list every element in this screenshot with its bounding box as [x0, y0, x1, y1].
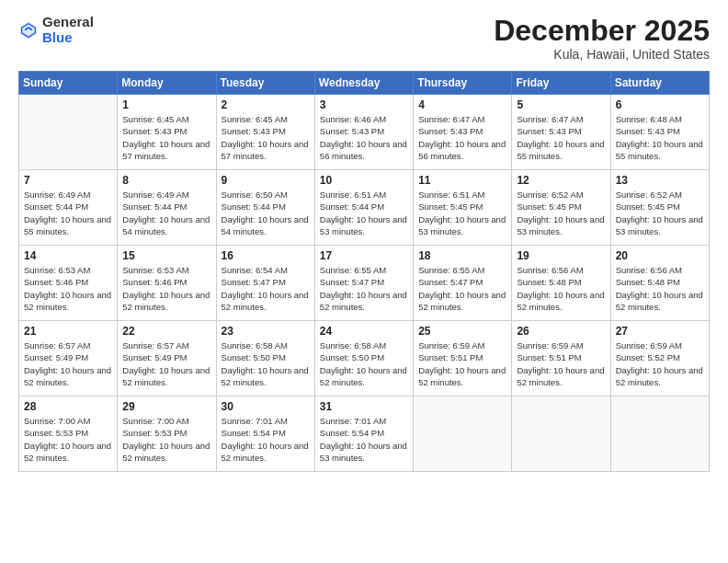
day-info: Sunrise: 7:01 AM Sunset: 5:54 PM Dayligh…	[222, 415, 310, 464]
table-row: 26Sunrise: 6:59 AM Sunset: 5:51 PM Dayli…	[512, 321, 610, 396]
day-number: 16	[222, 249, 310, 262]
day-info: Sunrise: 6:57 AM Sunset: 5:49 PM Dayligh…	[122, 339, 210, 388]
table-row: 6Sunrise: 6:48 AM Sunset: 5:43 PM Daylig…	[610, 95, 709, 170]
table-row: 19Sunrise: 6:56 AM Sunset: 5:48 PM Dayli…	[512, 246, 610, 321]
table-row: 7Sunrise: 6:49 AM Sunset: 5:44 PM Daylig…	[19, 170, 118, 246]
day-info: Sunrise: 6:56 AM Sunset: 5:48 PM Dayligh…	[517, 264, 605, 313]
col-friday: Friday	[512, 72, 610, 95]
day-info: Sunrise: 6:59 AM Sunset: 5:52 PM Dayligh…	[616, 339, 704, 388]
table-row: 17Sunrise: 6:55 AM Sunset: 5:47 PM Dayli…	[314, 246, 413, 321]
day-info: Sunrise: 6:53 AM Sunset: 5:46 PM Dayligh…	[24, 264, 112, 313]
day-info: Sunrise: 6:52 AM Sunset: 5:45 PM Dayligh…	[517, 189, 605, 237]
day-number: 6	[616, 98, 704, 111]
col-monday: Monday	[118, 72, 216, 95]
day-number: 17	[320, 249, 408, 262]
day-number: 8	[122, 174, 210, 187]
day-info: Sunrise: 6:51 AM Sunset: 5:45 PM Dayligh…	[418, 189, 506, 237]
day-info: Sunrise: 6:46 AM Sunset: 5:43 PM Dayligh…	[320, 113, 408, 162]
table-row: 16Sunrise: 6:54 AM Sunset: 5:47 PM Dayli…	[216, 246, 314, 321]
day-info: Sunrise: 6:59 AM Sunset: 5:51 PM Dayligh…	[418, 339, 506, 388]
table-row: 15Sunrise: 6:53 AM Sunset: 5:46 PM Dayli…	[118, 246, 216, 321]
col-tuesday: Tuesday	[216, 72, 314, 95]
day-number: 14	[24, 249, 112, 262]
table-row	[414, 396, 512, 472]
table-row: 20Sunrise: 6:56 AM Sunset: 5:48 PM Dayli…	[610, 246, 709, 321]
day-number: 25	[418, 325, 506, 338]
day-number: 13	[616, 174, 704, 187]
day-number: 28	[24, 400, 112, 413]
location-subtitle: Kula, Hawaii, United States	[494, 47, 710, 62]
calendar-week-row: 1Sunrise: 6:45 AM Sunset: 5:43 PM Daylig…	[19, 95, 710, 170]
table-row: 3Sunrise: 6:46 AM Sunset: 5:43 PM Daylig…	[314, 95, 413, 170]
table-row: 30Sunrise: 7:01 AM Sunset: 5:54 PM Dayli…	[216, 396, 314, 472]
day-info: Sunrise: 6:45 AM Sunset: 5:43 PM Dayligh…	[122, 113, 210, 162]
day-info: Sunrise: 7:01 AM Sunset: 5:54 PM Dayligh…	[320, 415, 408, 464]
day-number: 19	[517, 249, 605, 262]
day-info: Sunrise: 6:49 AM Sunset: 5:44 PM Dayligh…	[24, 189, 112, 237]
table-row: 14Sunrise: 6:53 AM Sunset: 5:46 PM Dayli…	[19, 246, 118, 321]
day-number: 4	[418, 98, 506, 111]
day-number: 15	[122, 249, 210, 262]
day-info: Sunrise: 7:00 AM Sunset: 5:53 PM Dayligh…	[122, 415, 210, 464]
table-row: 13Sunrise: 6:52 AM Sunset: 5:45 PM Dayli…	[610, 170, 709, 246]
day-number: 10	[320, 174, 408, 187]
day-number: 24	[320, 325, 408, 338]
table-row: 1Sunrise: 6:45 AM Sunset: 5:43 PM Daylig…	[118, 95, 216, 170]
day-info: Sunrise: 6:57 AM Sunset: 5:49 PM Dayligh…	[24, 339, 112, 388]
table-row: 18Sunrise: 6:55 AM Sunset: 5:47 PM Dayli…	[414, 246, 512, 321]
day-info: Sunrise: 6:50 AM Sunset: 5:44 PM Dayligh…	[222, 189, 310, 237]
day-number: 2	[222, 98, 310, 111]
table-row: 5Sunrise: 6:47 AM Sunset: 5:43 PM Daylig…	[512, 95, 610, 170]
day-number: 1	[122, 98, 210, 111]
day-number: 22	[122, 325, 210, 338]
calendar-header-row: Sunday Monday Tuesday Wednesday Thursday…	[19, 72, 710, 95]
table-row	[512, 396, 610, 472]
table-row: 10Sunrise: 6:51 AM Sunset: 5:44 PM Dayli…	[314, 170, 413, 246]
svg-marker-0	[20, 21, 37, 38]
table-row: 12Sunrise: 6:52 AM Sunset: 5:45 PM Dayli…	[512, 170, 610, 246]
table-row: 28Sunrise: 7:00 AM Sunset: 5:53 PM Dayli…	[19, 396, 118, 472]
calendar-week-row: 21Sunrise: 6:57 AM Sunset: 5:49 PM Dayli…	[19, 321, 710, 396]
day-number: 3	[320, 98, 408, 111]
logo-text: General Blue	[42, 15, 94, 45]
table-row: 4Sunrise: 6:47 AM Sunset: 5:43 PM Daylig…	[414, 95, 512, 170]
day-info: Sunrise: 6:58 AM Sunset: 5:50 PM Dayligh…	[320, 339, 408, 388]
day-info: Sunrise: 6:59 AM Sunset: 5:51 PM Dayligh…	[517, 339, 605, 388]
day-number: 18	[418, 249, 506, 262]
table-row: 9Sunrise: 6:50 AM Sunset: 5:44 PM Daylig…	[216, 170, 314, 246]
day-info: Sunrise: 6:49 AM Sunset: 5:44 PM Dayligh…	[122, 189, 210, 237]
table-row: 21Sunrise: 6:57 AM Sunset: 5:49 PM Dayli…	[19, 321, 118, 396]
month-title: December 2025	[494, 15, 710, 47]
calendar-table: Sunday Monday Tuesday Wednesday Thursday…	[18, 71, 710, 472]
day-info: Sunrise: 6:51 AM Sunset: 5:44 PM Dayligh…	[320, 189, 408, 237]
day-number: 5	[517, 98, 605, 111]
day-number: 26	[517, 325, 605, 338]
table-row: 22Sunrise: 6:57 AM Sunset: 5:49 PM Dayli…	[118, 321, 216, 396]
col-wednesday: Wednesday	[314, 72, 413, 95]
table-row: 2Sunrise: 6:45 AM Sunset: 5:43 PM Daylig…	[216, 95, 314, 170]
day-info: Sunrise: 6:54 AM Sunset: 5:47 PM Dayligh…	[222, 264, 310, 313]
day-number: 9	[222, 174, 310, 187]
page-container: General Blue December 2025 Kula, Hawaii,…	[0, 0, 728, 563]
logo: General Blue	[18, 15, 94, 45]
day-number: 7	[24, 174, 112, 187]
table-row: 29Sunrise: 7:00 AM Sunset: 5:53 PM Dayli…	[118, 396, 216, 472]
logo-general: General	[42, 15, 94, 30]
day-info: Sunrise: 6:53 AM Sunset: 5:46 PM Dayligh…	[122, 264, 210, 313]
day-number: 12	[517, 174, 605, 187]
table-row: 23Sunrise: 6:58 AM Sunset: 5:50 PM Dayli…	[216, 321, 314, 396]
day-info: Sunrise: 7:00 AM Sunset: 5:53 PM Dayligh…	[24, 415, 112, 464]
day-info: Sunrise: 6:56 AM Sunset: 5:48 PM Dayligh…	[616, 264, 704, 313]
day-info: Sunrise: 6:58 AM Sunset: 5:50 PM Dayligh…	[222, 339, 310, 388]
day-info: Sunrise: 6:47 AM Sunset: 5:43 PM Dayligh…	[517, 113, 605, 162]
calendar-week-row: 28Sunrise: 7:00 AM Sunset: 5:53 PM Dayli…	[19, 396, 710, 472]
table-row: 27Sunrise: 6:59 AM Sunset: 5:52 PM Dayli…	[610, 321, 709, 396]
day-number: 30	[222, 400, 310, 413]
calendar-week-row: 7Sunrise: 6:49 AM Sunset: 5:44 PM Daylig…	[19, 170, 710, 246]
day-number: 23	[222, 325, 310, 338]
logo-icon	[18, 20, 39, 40]
table-row: 8Sunrise: 6:49 AM Sunset: 5:44 PM Daylig…	[118, 170, 216, 246]
day-number: 20	[616, 249, 704, 262]
day-info: Sunrise: 6:48 AM Sunset: 5:43 PM Dayligh…	[616, 113, 704, 162]
title-block: December 2025 Kula, Hawaii, United State…	[494, 15, 710, 62]
